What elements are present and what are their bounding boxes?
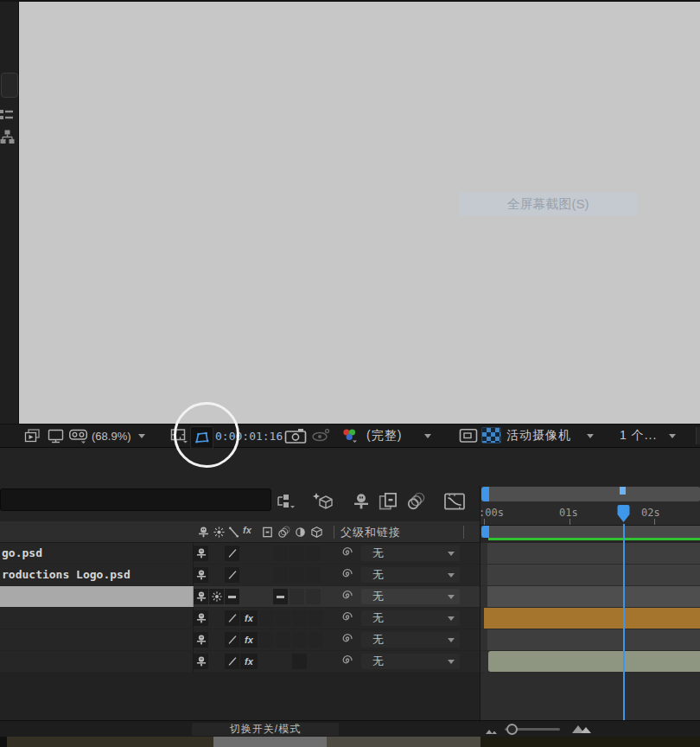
always-preview-button[interactable] [24, 425, 41, 447]
layer-name[interactable] [0, 608, 194, 629]
pickwhip[interactable] [340, 590, 354, 607]
draft-3d-button[interactable] [312, 491, 335, 512]
switch-cell[interactable] [306, 546, 321, 561]
frame-blend-toggle[interactable] [273, 589, 288, 604]
quality-toggle[interactable] [225, 546, 239, 561]
frame-blend-column-icon[interactable] [261, 526, 274, 542]
switch-cell[interactable] [259, 610, 274, 626]
layer-row-selected[interactable]: 无 [0, 586, 480, 607]
parent-select[interactable]: 无 [361, 546, 460, 561]
layer-name[interactable] [0, 651, 194, 672]
work-area-start-handle[interactable] [481, 526, 489, 538]
switch-cell[interactable] [309, 632, 323, 648]
shy-toggle[interactable] [194, 546, 208, 561]
channels-button[interactable] [340, 425, 361, 447]
motion-blur-button[interactable] [404, 491, 427, 512]
switch-cell[interactable] [292, 632, 307, 648]
switch-cell[interactable] [292, 610, 307, 626]
3d-column-icon[interactable] [310, 526, 323, 542]
search-input[interactable] [0, 488, 271, 511]
collapse-toggle[interactable] [209, 589, 224, 604]
time-navigator[interactable] [481, 487, 700, 501]
timeline-tracks[interactable] [480, 543, 700, 673]
shy-toggle[interactable] [194, 610, 208, 626]
3d-view-select[interactable]: 活动摄像机 [506, 425, 594, 447]
shy-toggle[interactable] [194, 632, 208, 648]
work-area-bar[interactable] [481, 526, 700, 538]
quality-column-icon[interactable] [227, 526, 240, 542]
layer-row[interactable]: go.psd 无 [0, 543, 480, 564]
vr-view-button[interactable] [69, 425, 89, 447]
resolution-select[interactable]: (完整) [366, 425, 431, 447]
adjustment-column-icon[interactable] [294, 526, 307, 542]
layer-row[interactable]: fx 无 [0, 608, 480, 629]
effects-toggle[interactable]: fx [240, 654, 258, 669]
quality-toggle[interactable] [225, 567, 239, 583]
shy-toggle-button[interactable] [351, 491, 372, 512]
track-row[interactable] [480, 608, 700, 629]
navigator-start-handle[interactable] [481, 487, 489, 501]
track-row[interactable] [480, 629, 700, 650]
switch-cell[interactable] [290, 589, 304, 604]
quality-toggle[interactable] [225, 632, 239, 648]
graph-editor-button[interactable] [443, 491, 466, 512]
layer-row[interactable]: roductions Logo.psd 无 [0, 565, 480, 585]
layer-row[interactable]: fx 无 [0, 651, 480, 672]
shy-column-icon[interactable] [197, 526, 210, 542]
pickwhip[interactable] [340, 654, 354, 672]
switch-cell[interactable] [290, 546, 304, 561]
layer-name[interactable]: roductions Logo.psd [0, 565, 194, 585]
parent-select[interactable]: 无 [361, 589, 460, 604]
track-row[interactable] [480, 543, 700, 564]
quality-toggle[interactable] [225, 654, 239, 669]
monitor-button[interactable] [48, 425, 64, 447]
pickwhip[interactable] [340, 546, 354, 564]
snapshot-button[interactable] [284, 425, 307, 447]
switch-cell[interactable] [259, 632, 274, 648]
timeline-zoom-slider[interactable] [505, 728, 560, 731]
roi-button[interactable] [459, 425, 478, 447]
switch-cell[interactable] [306, 589, 321, 604]
motion-blur-column-icon[interactable] [277, 526, 290, 542]
quality-toggle[interactable] [225, 589, 239, 604]
time-ruler[interactable]: :00s 01s 02s [480, 501, 700, 526]
parent-select[interactable]: 无 [361, 567, 460, 583]
parent-select[interactable]: 无 [361, 654, 460, 669]
effects-toggle[interactable]: fx [240, 632, 258, 648]
effects-column-icon[interactable]: fx [243, 525, 251, 535]
layer-bar[interactable] [487, 565, 700, 585]
layer-name[interactable]: go.psd [0, 543, 194, 564]
pickwhip[interactable] [340, 633, 354, 650]
switch-cell[interactable] [309, 610, 323, 626]
layer-name[interactable] [0, 629, 194, 650]
switch-cell[interactable] [273, 567, 288, 583]
parent-select[interactable]: 无 [361, 610, 460, 626]
show-snapshot-button[interactable] [310, 425, 331, 447]
shy-toggle[interactable] [194, 567, 208, 583]
layer-bar[interactable] [487, 629, 700, 650]
toggle-switches-modes-button[interactable]: 切换开关/模式 [192, 723, 339, 736]
quality-toggle[interactable] [225, 610, 239, 626]
track-row[interactable] [480, 651, 700, 672]
list-icon[interactable] [0, 108, 13, 125]
layer-bar[interactable] [487, 586, 700, 607]
flowchart-icon[interactable] [0, 130, 15, 149]
column-separator[interactable] [463, 526, 464, 539]
switch-cell[interactable] [290, 567, 304, 583]
shy-toggle[interactable] [194, 654, 208, 669]
layer-bar-orange[interactable] [484, 608, 700, 629]
transparency-grid-button[interactable] [481, 427, 501, 443]
switch-cell[interactable] [306, 567, 321, 583]
parent-select[interactable]: 无 [361, 632, 460, 648]
clipped-panel-button[interactable] [1, 73, 18, 98]
layer-row[interactable]: fx 无 [0, 629, 480, 650]
zoom-slider-handle[interactable] [506, 724, 518, 735]
playhead-line[interactable] [623, 524, 625, 720]
track-row-selected[interactable] [480, 586, 700, 607]
effects-toggle[interactable]: fx [240, 610, 258, 626]
track-row[interactable] [480, 565, 700, 585]
parent-link-header[interactable]: 父级和链接 [340, 525, 401, 540]
magnification-select[interactable]: (68.9%) [92, 425, 145, 447]
layer-bar[interactable] [487, 543, 700, 564]
clipped-toolbar-button[interactable] [696, 427, 700, 444]
